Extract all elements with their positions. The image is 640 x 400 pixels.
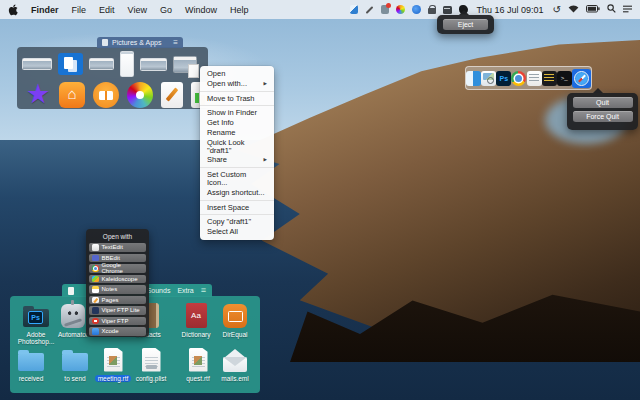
eject-popover: Eject — [437, 15, 494, 34]
code-editor-icon[interactable] — [542, 71, 557, 86]
menu-view[interactable]: View — [128, 5, 147, 15]
open-with-viper-ftp-lite[interactable]: Viper FTP Lite — [89, 306, 146, 315]
open-with-kaleidoscope[interactable]: Kaleidoscope — [89, 275, 146, 284]
submenu-arrow-icon: ▶ — [264, 156, 267, 164]
menu-item-quick-look[interactable]: Quick Look "draft1" — [200, 138, 274, 156]
menu-edit[interactable]: Edit — [99, 5, 115, 15]
spotlight-search-icon[interactable] — [607, 4, 616, 15]
color-wheel-status-icon[interactable] — [396, 5, 405, 14]
wifi-icon[interactable] — [568, 4, 579, 15]
badged-app-status-icon[interactable] — [381, 5, 389, 14]
pictures-apps-tab-title: Pictures & Apps — [112, 39, 161, 46]
open-with-notes[interactable]: Notes — [89, 285, 146, 294]
item-label: received — [19, 375, 44, 382]
open-with-textedit[interactable]: TextEdit — [89, 243, 146, 252]
screenshot-thumbnail[interactable] — [89, 58, 114, 70]
menu-item-label: Get Info — [207, 119, 234, 127]
force-quit-button[interactable]: Force Quit — [573, 111, 633, 122]
window-thumbnail[interactable] — [173, 56, 197, 73]
tab-extra[interactable]: Extra — [177, 287, 193, 294]
pages-icon[interactable] — [161, 82, 183, 108]
blue-circle-status-icon[interactable] — [412, 5, 421, 14]
app-icon-row: ★ ⌂ — [22, 81, 203, 108]
folder-icon — [62, 353, 88, 371]
item-label: Dictionary — [182, 331, 211, 338]
open-with-pages[interactable]: Pages — [89, 296, 146, 305]
photos-icon[interactable] — [127, 82, 153, 108]
safari-icon[interactable] — [574, 71, 589, 86]
hamburger-menu-icon[interactable]: ≡ — [201, 286, 206, 295]
photoshop-icon[interactable]: Ps — [496, 71, 511, 86]
shelf-item-config-plist[interactable]: config.plist — [129, 346, 173, 382]
quit-button[interactable]: Quit — [573, 97, 633, 108]
menu-item-share[interactable]: Share▶ — [200, 155, 274, 165]
hamburger-menu-icon[interactable]: ≡ — [173, 39, 178, 47]
notification-center-icon[interactable] — [623, 5, 632, 15]
menu-item-move-to-trash[interactable]: Move to Trash — [200, 94, 274, 104]
app-label: TextEdit — [102, 244, 123, 250]
battery-icon[interactable] — [586, 5, 600, 15]
open-with-viper-ftp[interactable]: Viper FTP — [89, 317, 146, 326]
pencil-status-icon[interactable] — [365, 6, 373, 14]
time-machine-icon[interactable]: ↺ — [553, 5, 561, 14]
tab-sounds[interactable]: Sounds — [147, 287, 171, 294]
chrome-icon[interactable] — [511, 71, 526, 86]
menu-item-assign-shortcut[interactable]: Assign shortcut... — [200, 188, 274, 198]
eject-button[interactable]: Eject — [443, 19, 488, 30]
menu-item-rename[interactable]: Rename — [200, 128, 274, 138]
preview-icon[interactable] — [481, 71, 496, 86]
pictures-apps-tab[interactable]: Pictures & Apps ≡ — [97, 37, 183, 48]
menu-item-select-all[interactable]: Select All — [200, 227, 274, 237]
app-switcher-bar: Ps >_ — [465, 66, 592, 90]
eject-menu-icon[interactable] — [443, 6, 452, 14]
menu-bar: Finder File Edit View Go Window Help Thu… — [0, 0, 640, 19]
xcode-icon — [92, 328, 99, 335]
lock-status-icon[interactable] — [428, 8, 436, 14]
open-with-bbedit[interactable]: BBEdit — [89, 254, 146, 263]
menu-separator — [200, 91, 274, 92]
open-with-xcode[interactable]: Xcode — [89, 327, 146, 336]
menu-item-label: Open with... — [207, 80, 247, 88]
item-label: config.plist — [136, 375, 167, 382]
status-app-icon[interactable] — [350, 5, 358, 14]
app-label: Viper FTP Lite — [102, 307, 140, 313]
menu-item-set-custom-icon[interactable]: Set Custom Icon... — [200, 170, 274, 188]
shelf-item-mails-eml[interactable]: mails.eml — [213, 346, 257, 382]
open-with-chrome[interactable]: Google Chrome — [89, 264, 146, 273]
menu-item-open-with[interactable]: Open with...▶ — [200, 79, 274, 89]
menu-item-insert-space[interactable]: Insert Space — [200, 203, 274, 213]
shelf-item-received[interactable]: received — [9, 346, 53, 382]
plist-document-icon — [142, 348, 161, 372]
books-icon[interactable] — [93, 82, 119, 108]
finder-icon[interactable] — [466, 71, 481, 86]
document-thumbnail[interactable] — [120, 51, 134, 77]
envelope-icon — [223, 357, 247, 372]
selected-copy-thumbnail[interactable] — [58, 53, 83, 75]
menu-file[interactable]: File — [72, 5, 87, 15]
terminal-icon[interactable]: >_ — [557, 71, 572, 86]
app-label: Pages — [102, 297, 119, 303]
menu-window[interactable]: Window — [185, 5, 217, 15]
menu-item-get-info[interactable]: Get Info — [200, 118, 274, 128]
shelf-item-dictionary[interactable]: Aa Dictionary — [174, 302, 218, 338]
menu-finder[interactable]: Finder — [31, 5, 59, 15]
menu-bar-clock[interactable]: Thu 16 Jul 09:01 — [477, 5, 544, 15]
item-label: quest.rtf — [186, 375, 209, 382]
menu-help[interactable]: Help — [230, 5, 249, 15]
screenshot-thumbnail[interactable] — [22, 58, 52, 70]
screenshot-thumbnail[interactable] — [140, 58, 167, 71]
menu-item-open[interactable]: Open — [200, 69, 274, 79]
app-label: Notes — [102, 286, 118, 292]
menu-item-copy[interactable]: Copy "draft1" — [200, 217, 274, 227]
shelf-item-direqual[interactable]: DirEqual — [213, 302, 257, 338]
apple-menu-icon[interactable] — [8, 4, 18, 16]
home-app-icon[interactable]: ⌂ — [59, 82, 85, 108]
menu-item-show-in-finder[interactable]: Show in Finder — [200, 108, 274, 118]
rtf-document-icon — [189, 348, 208, 372]
imovie-icon[interactable]: ★ — [25, 82, 51, 108]
menu-item-label: Insert Space — [207, 204, 249, 212]
menu-go[interactable]: Go — [160, 5, 172, 15]
desktop: Finder File Edit View Go Window Help Thu… — [0, 0, 640, 400]
textedit-icon[interactable] — [527, 71, 542, 86]
menu-item-label: Quick Look "draft1" — [207, 139, 267, 155]
